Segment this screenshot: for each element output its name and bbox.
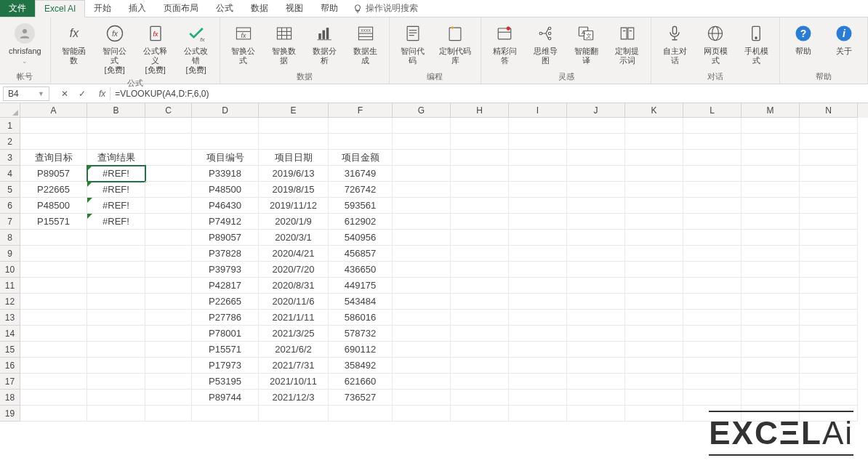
cell-A2[interactable] <box>20 134 87 150</box>
cell-H8[interactable] <box>451 230 509 246</box>
column-header-A[interactable]: A <box>20 103 87 118</box>
cell-N16[interactable] <box>800 358 858 374</box>
cell-E6[interactable]: 2019/11/12 <box>259 198 329 214</box>
convert-formula-button[interactable]: fx 智换公式 <box>226 20 261 67</box>
cell-K12[interactable] <box>625 294 683 310</box>
cell-H18[interactable] <box>451 390 509 406</box>
cell-J2[interactable] <box>567 134 625 150</box>
cell-H19[interactable] <box>451 406 509 422</box>
cell-C4[interactable] <box>145 166 192 182</box>
cell-N3[interactable] <box>800 150 858 166</box>
column-header-M[interactable]: M <box>742 103 800 118</box>
cell-A12[interactable] <box>20 294 87 310</box>
cell-K8[interactable] <box>625 230 683 246</box>
cell-C10[interactable] <box>145 262 192 278</box>
column-header-D[interactable]: D <box>192 103 259 118</box>
cell-E4[interactable]: 2019/6/13 <box>259 166 329 182</box>
cell-A15[interactable] <box>20 342 87 358</box>
cell-N18[interactable] <box>800 390 858 406</box>
tab-help[interactable]: 帮助 <box>312 0 347 17</box>
cell-J14[interactable] <box>567 326 625 342</box>
cell-D14[interactable]: P78001 <box>192 326 259 342</box>
cell-K3[interactable] <box>625 150 683 166</box>
cell-L4[interactable] <box>683 166 742 182</box>
cell-G3[interactable] <box>393 150 451 166</box>
cell-L16[interactable] <box>683 358 742 374</box>
cell-B3[interactable]: 查询结果 <box>87 150 145 166</box>
cell-J8[interactable] <box>567 230 625 246</box>
cell-B1[interactable] <box>87 118 145 134</box>
cell-E17[interactable]: 2021/10/11 <box>259 374 329 390</box>
cell-A10[interactable] <box>20 262 87 278</box>
cell-C17[interactable] <box>145 374 192 390</box>
cell-K11[interactable] <box>625 278 683 294</box>
cell-D3[interactable]: 项目编号 <box>192 150 259 166</box>
cell-K14[interactable] <box>625 326 683 342</box>
formula-fix-button[interactable]: fx 公式改错 [免费] <box>179 20 214 76</box>
cell-G9[interactable] <box>393 246 451 262</box>
cell-D2[interactable] <box>192 134 259 150</box>
tab-insert[interactable]: 插入 <box>120 0 155 17</box>
row-header-11[interactable]: 11 <box>0 278 20 294</box>
cell-N17[interactable] <box>800 374 858 390</box>
cell-J15[interactable] <box>567 342 625 358</box>
cell-L15[interactable] <box>683 342 742 358</box>
cell-F5[interactable]: 726742 <box>329 182 393 198</box>
cell-K16[interactable] <box>625 358 683 374</box>
cell-J6[interactable] <box>567 198 625 214</box>
cell-M17[interactable] <box>742 374 800 390</box>
cell-H14[interactable] <box>451 326 509 342</box>
custom-lib-button[interactable]: 定制代码库 <box>436 20 475 67</box>
cell-K5[interactable] <box>625 182 683 198</box>
cell-G13[interactable] <box>393 310 451 326</box>
row-header-7[interactable]: 7 <box>0 214 20 230</box>
cell-M13[interactable] <box>742 310 800 326</box>
cell-E5[interactable]: 2019/8/15 <box>259 182 329 198</box>
cell-B9[interactable] <box>87 246 145 262</box>
cell-F6[interactable]: 593561 <box>329 198 393 214</box>
cell-F10[interactable]: 436650 <box>329 262 393 278</box>
cell-H15[interactable] <box>451 342 509 358</box>
cell-G15[interactable] <box>393 342 451 358</box>
cell-N11[interactable] <box>800 278 858 294</box>
tab-file[interactable]: 文件 <box>0 0 35 17</box>
cell-J7[interactable] <box>567 214 625 230</box>
cell-M3[interactable] <box>742 150 800 166</box>
cell-D9[interactable]: P37828 <box>192 246 259 262</box>
cell-H5[interactable] <box>451 182 509 198</box>
tab-start[interactable]: 开始 <box>85 0 120 17</box>
cell-D10[interactable]: P39793 <box>192 262 259 278</box>
tab-data[interactable]: 数据 <box>242 0 277 17</box>
cell-D17[interactable]: P53195 <box>192 374 259 390</box>
cell-D6[interactable]: P46430 <box>192 198 259 214</box>
cell-L10[interactable] <box>683 262 742 278</box>
cell-M8[interactable] <box>742 230 800 246</box>
cell-B19[interactable] <box>87 406 145 422</box>
about-button[interactable]: i 关于 <box>827 20 861 57</box>
cell-F2[interactable] <box>329 134 393 150</box>
cell-B18[interactable] <box>87 390 145 406</box>
cell-I18[interactable] <box>509 390 567 406</box>
cell-J12[interactable] <box>567 294 625 310</box>
row-header-4[interactable]: 4 <box>0 166 20 182</box>
cell-M14[interactable] <box>742 326 800 342</box>
cell-G6[interactable] <box>393 198 451 214</box>
cell-C18[interactable] <box>145 390 192 406</box>
column-header-J[interactable]: J <box>567 103 625 118</box>
cell-N13[interactable] <box>800 310 858 326</box>
cell-K2[interactable] <box>625 134 683 150</box>
cell-E8[interactable]: 2020/3/1 <box>259 230 329 246</box>
cell-A3[interactable]: 查询目标 <box>20 150 87 166</box>
column-header-B[interactable]: B <box>87 103 145 118</box>
cell-G14[interactable] <box>393 326 451 342</box>
tab-formula[interactable]: 公式 <box>207 0 242 17</box>
auto-chat-button[interactable]: 自主对话 <box>657 20 692 67</box>
cell-I6[interactable] <box>509 198 567 214</box>
cell-B16[interactable] <box>87 358 145 374</box>
cell-M1[interactable] <box>742 118 800 134</box>
cell-D16[interactable]: P17973 <box>192 358 259 374</box>
cell-B10[interactable] <box>87 262 145 278</box>
cell-L9[interactable] <box>683 246 742 262</box>
cell-L17[interactable] <box>683 374 742 390</box>
cell-E16[interactable]: 2021/7/31 <box>259 358 329 374</box>
